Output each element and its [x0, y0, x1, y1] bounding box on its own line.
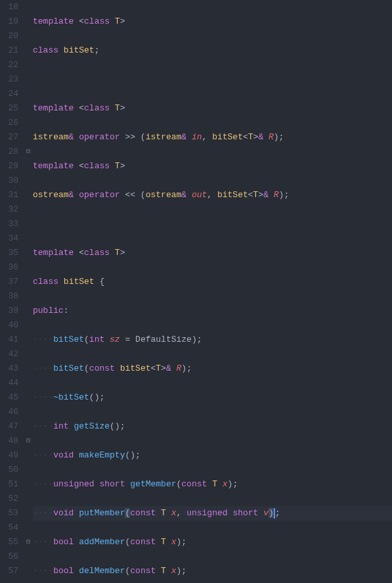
fold-marker[interactable] [24, 492, 33, 506]
line-number: 48 [0, 434, 18, 448]
code-line[interactable] [33, 72, 392, 87]
line-number: 34 [0, 231, 18, 246]
code-line[interactable]: istream& operator >> (istream& in, bitSe… [33, 130, 392, 145]
fold-marker[interactable] [24, 246, 33, 260]
line-number: 27 [0, 130, 18, 145]
code-editor[interactable]: 18 19 20 21 22 23 24 25 26 27 28 29 30 3… [0, 0, 392, 583]
line-number: 24 [0, 87, 18, 101]
line-number: 31 [0, 188, 18, 202]
fold-marker[interactable] [24, 304, 33, 318]
fold-marker[interactable] [24, 188, 33, 202]
code-line[interactable]: ····unsigned short getMember(const T x); [33, 477, 392, 492]
fold-marker[interactable] [24, 130, 33, 145]
code-line[interactable] [33, 217, 392, 231]
line-number: 41 [0, 333, 18, 347]
line-number: 42 [0, 347, 18, 361]
fold-marker[interactable]: ⊟ [24, 145, 33, 159]
line-number: 50 [0, 463, 18, 477]
fold-marker[interactable]: ⊟ [24, 535, 33, 549]
code-line[interactable]: ····int getSize(); [33, 419, 392, 434]
code-line-active[interactable]: ····void putMember(const T x, unsigned s… [33, 506, 392, 521]
fold-marker[interactable] [24, 506, 33, 521]
line-number: 57 [0, 564, 18, 578]
code-line[interactable]: template <class T> [33, 159, 392, 174]
code-line[interactable]: ostream& operator << (ostream& out, bitS… [33, 188, 392, 202]
fold-marker[interactable] [24, 202, 33, 217]
line-number: 19 [0, 14, 18, 29]
code-line[interactable]: ····bitSet(const bitSet<T>& R); [33, 361, 392, 376]
fold-marker[interactable] [24, 376, 33, 390]
fold-marker[interactable] [24, 564, 33, 578]
fold-marker[interactable] [24, 419, 33, 434]
fold-marker[interactable] [24, 43, 33, 58]
line-number: 44 [0, 376, 18, 390]
code-line[interactable]: template <class T> [33, 14, 392, 29]
code-line[interactable]: class bitSet; [33, 43, 392, 58]
code-area[interactable]: template <class T> class bitSet; templat… [33, 0, 392, 583]
line-gutter: 18 19 20 21 22 23 24 25 26 27 28 29 30 3… [0, 0, 24, 583]
code-line[interactable]: ····void makeEmpty(); [33, 448, 392, 463]
code-line[interactable]: public: [33, 304, 392, 318]
line-number: 23 [0, 72, 18, 87]
line-number: 55 [0, 535, 18, 549]
fold-marker[interactable] [24, 390, 33, 405]
fold-marker[interactable] [24, 116, 33, 130]
line-number: 33 [0, 217, 18, 231]
text-cursor [274, 508, 275, 519]
fold-marker[interactable] [24, 159, 33, 174]
fold-marker[interactable] [24, 174, 33, 188]
fold-marker[interactable] [24, 231, 33, 246]
code-line[interactable]: template <class T> [33, 101, 392, 116]
fold-marker[interactable] [24, 333, 33, 347]
fold-marker[interactable] [24, 87, 33, 101]
fold-column: ⊟ ⊟ ⊟ [24, 0, 33, 583]
code-line[interactable]: template <class T> [33, 246, 392, 260]
line-number: 52 [0, 492, 18, 506]
line-number: 46 [0, 405, 18, 419]
line-number: 47 [0, 419, 18, 434]
fold-marker[interactable] [24, 405, 33, 419]
fold-marker[interactable] [24, 217, 33, 231]
fold-marker[interactable] [24, 29, 33, 43]
line-number: 32 [0, 202, 18, 217]
fold-marker[interactable] [24, 14, 33, 29]
code-line[interactable]: ····~bitSet(); [33, 390, 392, 405]
fold-marker[interactable] [24, 289, 33, 304]
code-line[interactable]: class bitSet { [33, 275, 392, 289]
line-number: 54 [0, 521, 18, 535]
line-number: 21 [0, 43, 18, 58]
line-number: 18 [0, 0, 18, 14]
fold-marker[interactable] [24, 448, 33, 463]
line-number: 30 [0, 174, 18, 188]
line-number: 40 [0, 318, 18, 333]
line-number: 37 [0, 275, 18, 289]
fold-marker[interactable] [24, 101, 33, 116]
line-number: 39 [0, 304, 18, 318]
fold-marker[interactable] [24, 72, 33, 87]
fold-marker[interactable] [24, 549, 33, 564]
line-number: 56 [0, 549, 18, 564]
line-number: 25 [0, 101, 18, 116]
fold-marker[interactable] [24, 521, 33, 535]
fold-marker[interactable] [24, 347, 33, 361]
code-line[interactable]: ····bool delMember(const T x); [33, 564, 392, 578]
line-number: 26 [0, 116, 18, 130]
code-line[interactable]: ····bitSet(int sz = DefaultSize); [33, 333, 392, 347]
fold-marker[interactable] [24, 463, 33, 477]
line-number: 53 [0, 506, 18, 521]
fold-marker[interactable] [24, 361, 33, 376]
fold-marker[interactable] [24, 275, 33, 289]
fold-marker[interactable] [24, 318, 33, 333]
fold-marker[interactable] [24, 260, 33, 275]
code-line[interactable]: ····bool addMember(const T x); [33, 535, 392, 549]
line-number: 29 [0, 159, 18, 174]
line-number: 20 [0, 29, 18, 43]
line-number: 49 [0, 448, 18, 463]
fold-marker[interactable] [24, 58, 33, 72]
line-number: 35 [0, 246, 18, 260]
fold-marker[interactable] [24, 0, 33, 14]
line-number: 43 [0, 361, 18, 376]
line-number: 51 [0, 477, 18, 492]
fold-marker[interactable]: ⊟ [24, 434, 33, 448]
fold-marker[interactable] [24, 477, 33, 492]
